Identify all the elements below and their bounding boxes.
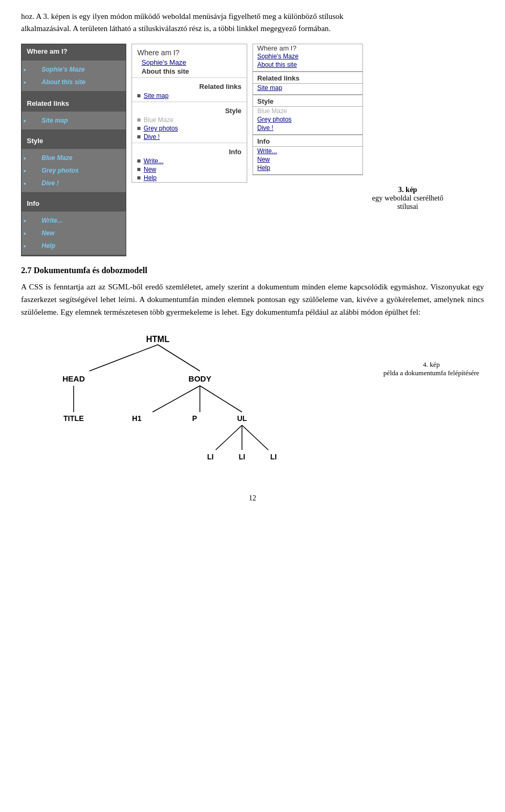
svg-line-5 [200,386,242,412]
tree-node-li3: LI [270,453,277,461]
menu2-write[interactable]: Write... [132,157,247,165]
figure3-caption: 3. kép egy weboldal cserélhető stílusai [368,49,447,211]
menu1-info-header: Info [22,196,126,210]
menu3-info-block: Info Write... New Help [253,135,362,175]
menu3-where-block: Where am I? Sophie's Maze About this sit… [253,44,362,72]
menu3-grey-photos[interactable]: Grey photos [253,115,362,124]
menu1-about-site[interactable]: About this site [31,76,124,88]
menu2-related-header: Related links [132,79,247,92]
tree-node-ul: UL [237,414,247,423]
menu3-write[interactable]: Write... [253,147,362,155]
tree-node-html: HTML [146,335,170,344]
svg-line-3 [153,386,200,412]
figure4-num: 4. kép [379,360,484,369]
figure4-caption: 4. kép példa a dokumentumfa felépítésére [379,329,484,377]
menu2-style-header: Style [132,104,247,116]
page-number: 12 [21,494,484,503]
menu2-site-map[interactable]: Site map [132,92,247,100]
section27-heading: 2.7 Dokumentumfa és dobozmodell [21,266,484,275]
tree-node-li2: LI [239,453,245,461]
tree-node-li1: LI [207,453,214,461]
menu1-help[interactable]: Help [31,240,124,252]
menu1-grey-photos[interactable]: Grey photos [31,165,124,176]
tree-node-body: BODY [188,374,211,383]
menu-style2: Where am I? Sophie's Maze About this sit… [132,44,247,183]
menu1-sophies-maze[interactable]: Sophie's Maze [31,64,124,75]
menu-style3: Where am I? Sophie's Maze About this sit… [252,44,363,175]
menu3-style-header: Style [253,95,362,107]
svg-line-0 [89,345,158,371]
menu3-help[interactable]: Help [253,164,362,172]
menu1-dive[interactable]: Dive ! [31,177,124,189]
menu3-about-site[interactable]: About this site [253,61,362,69]
tree-node-head: HEAD [63,374,85,383]
svg-line-6 [216,425,242,450]
menu3-new[interactable]: New [253,155,362,164]
menu1-site-map[interactable]: Site map [31,115,124,126]
menu2-title: Where am I? [132,44,247,58]
figure3-text: egy weboldal cserélhető stílusai [368,194,447,211]
menu1-blue-maze[interactable]: Blue Maze [31,152,124,164]
figure3-num: 3. kép [368,186,447,194]
menu3-blue-maze[interactable]: Blue Maze [253,107,362,115]
figures-row: Where am I? Sophie's Maze About this sit… [21,44,484,256]
tree-diagram: HTML HEAD BODY TITLE H1 P UL [21,329,379,478]
menu3-related-header: Related links [253,72,362,84]
menu2-sophies-maze[interactable]: Sophie's Maze [132,58,247,67]
menu1-new[interactable]: New [31,227,124,239]
menu3-site-map[interactable]: Site map [253,84,362,92]
menu2-about-site[interactable]: About this site [132,67,247,76]
menu2-new[interactable]: New [132,165,247,174]
menu2-grey-photos[interactable]: Grey photos [132,124,247,133]
menu2-info-header: Info [132,145,247,157]
intro-paragraph: hoz. A 3. képen is egy ilyen módon működ… [21,11,484,34]
menu1-style-header: Style [22,134,126,148]
menu2-blue-maze[interactable]: Blue Maze [132,116,247,124]
tree-node-p: P [192,414,197,423]
tree-node-title: TITLE [64,414,84,423]
menu1-write[interactable]: Write... [31,215,124,226]
svg-line-8 [242,425,268,450]
menu1-where-header: Where am I? [22,44,126,58]
menu3-related-block: Related links Site map [253,72,362,95]
menu3-dive[interactable]: Dive ! [253,124,362,132]
menu2-dive[interactable]: Dive ! [132,133,247,141]
menu3-style-block: Style Blue Maze Grey photos Dive ! [253,95,362,135]
figure4-area: HTML HEAD BODY TITLE H1 P UL [21,329,484,478]
menu2-help[interactable]: Help [132,174,247,182]
tree-node-h1: H1 [132,414,142,423]
figure4-text: példa a dokumentumfa felépítésére [379,369,484,377]
menu1-related-header: Related links [22,96,126,111]
menu-style1: Where am I? Sophie's Maze About this sit… [21,44,126,256]
menu3-sophies-maze[interactable]: Sophie's Maze [253,52,362,61]
svg-line-1 [158,345,200,371]
menu3-info-header: Info [253,135,362,147]
section27-para1: A CSS is fenntartja azt az SGML-ből ered… [21,280,484,318]
